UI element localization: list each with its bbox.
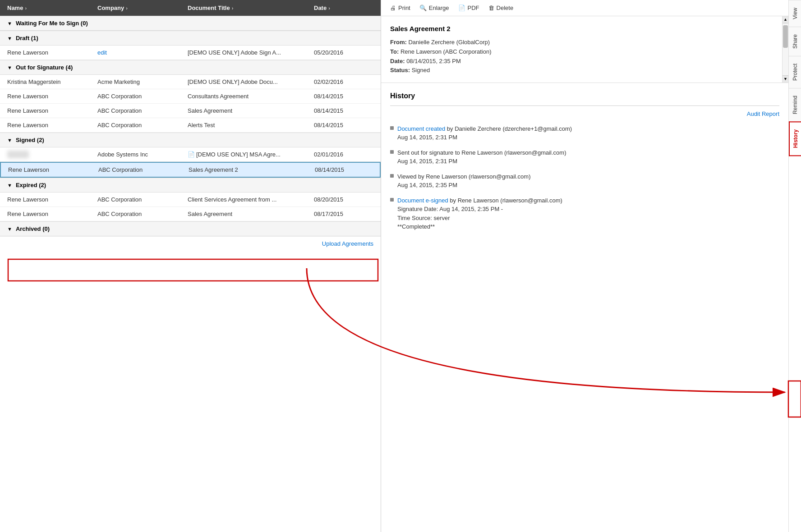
col-name[interactable]: Name › <box>7 5 97 11</box>
chevron-ofs: ▼ <box>7 65 12 70</box>
section-expired[interactable]: ▼ Expired (2) <box>0 178 381 193</box>
history-item-link[interactable]: Document e-signed <box>397 197 448 204</box>
scroll-up-btn[interactable]: ▲ <box>783 16 788 23</box>
table-row[interactable]: Rene Lawerson ABC Corporation Client Ser… <box>0 193 381 207</box>
row-date: 08/14/2015 <box>315 166 382 173</box>
row-date: 08/17/2015 <box>314 211 382 217</box>
chevron-draft: ▼ <box>7 36 12 41</box>
table-row[interactable]: Kristina Maggerstein Acme Marketing [DEM… <box>0 75 381 89</box>
table-row[interactable]: Adobe Systems Inc 📄[DEMO USE ONLY] MSA A… <box>0 147 381 162</box>
enlarge-icon: 🔍 <box>419 5 427 11</box>
pdf-label: PDF <box>468 5 479 11</box>
row-date: 08/14/2015 <box>314 107 382 114</box>
history-item: Document created by Danielle Zerchere (d… <box>390 124 779 142</box>
from-label: From: <box>390 39 407 46</box>
table-row[interactable]: Rene Lawerson ABC Corporation Consultant… <box>0 89 381 104</box>
section-waiting-label: Waiting For Me to Sign (0) <box>16 20 88 27</box>
row-doc: Alerts Test <box>188 122 314 128</box>
history-item: Document e-signed by Rene Lawerson (rlaw… <box>390 196 779 231</box>
enlarge-button[interactable]: 🔍 Enlarge <box>419 5 449 11</box>
tab-view[interactable]: View <box>789 0 801 27</box>
pdf-icon: 📄 <box>458 5 465 11</box>
from-value: Danielle Zerchere (GlobalCorp) <box>408 39 490 46</box>
section-signed-label: Signed (2) <box>16 137 44 143</box>
history-item-text: Document created by Danielle Zerchere (d… <box>397 124 572 142</box>
delete-button[interactable]: 🗑 Delete <box>488 5 514 11</box>
col-doc-title[interactable]: Document Title › <box>188 5 314 11</box>
row-company: Adobe Systems Inc <box>97 151 188 158</box>
row-company: ABC Corporation <box>97 93 188 100</box>
row-doc: [DEMO USE ONLY] Adobe Sign A... <box>188 49 314 56</box>
col-company-label: Company <box>97 5 124 11</box>
name-sort-icon[interactable]: › <box>25 5 27 11</box>
section-archived[interactable]: ▼ Archived (0) <box>0 221 381 236</box>
row-doc: Sales Agreement <box>188 211 314 217</box>
detail-from: From: Danielle Zerchere (GlobalCorp) <box>390 38 779 47</box>
section-waiting[interactable]: ▼ Waiting For Me to Sign (0) <box>0 16 381 31</box>
scroll-down-btn[interactable]: ▼ <box>783 75 788 83</box>
blurred-name <box>7 151 29 158</box>
row-doc: [DEMO USE ONLY] Adobe Docu... <box>188 78 314 85</box>
history-bullet <box>390 174 394 178</box>
col-name-label: Name <box>7 5 23 11</box>
detail-to: To: Rene Lawerson (ABC Corporation) <box>390 47 779 57</box>
selected-row[interactable]: Rene Lawerson ABC Corporation Sales Agre… <box>0 162 381 178</box>
upload-agreements-link[interactable]: Upload Agreements <box>322 240 373 247</box>
table-row[interactable]: Rene Lawerson ABC Corporation Alerts Tes… <box>0 118 381 133</box>
to-value: Rene Lawerson (ABC Corporation) <box>400 48 492 55</box>
print-label: Print <box>398 5 410 11</box>
table-row[interactable]: Rene Lawerson edit [DEMO USE ONLY] Adobe… <box>0 46 381 60</box>
tab-share[interactable]: Share <box>789 27 801 56</box>
section-ofs[interactable]: ▼ Out for Signature (4) <box>0 60 381 75</box>
row-company: ABC Corporation <box>98 166 189 173</box>
col-date[interactable]: Date › <box>314 5 382 11</box>
history-bullet <box>390 126 394 130</box>
col-company[interactable]: Company › <box>97 5 188 11</box>
row-date: 08/14/2015 <box>314 122 382 128</box>
edit-link[interactable]: edit <box>97 49 107 56</box>
row-doc: Consultants Agreement <box>188 93 314 100</box>
history-item: Viewed by Rene Lawerson (rlawerson@gmail… <box>390 172 779 190</box>
date-sort-icon[interactable]: › <box>328 5 330 11</box>
section-signed[interactable]: ▼ Signed (2) <box>0 133 381 147</box>
row-company: edit <box>97 49 188 56</box>
tab-remind[interactable]: Remind <box>789 88 801 121</box>
history-bullet <box>390 198 394 202</box>
row-company: ABC Corporation <box>97 122 188 128</box>
col-doc-label: Document Title <box>188 5 230 11</box>
history-bullet <box>390 150 394 154</box>
table-row[interactable]: Rene Lawerson ABC Corporation Sales Agre… <box>0 104 381 118</box>
section-draft-label: Draft (1) <box>16 35 38 41</box>
chevron-archived: ▼ <box>7 226 12 232</box>
history-item: Sent out for signature to Rene Lawerson … <box>390 148 779 166</box>
chevron-expired: ▼ <box>7 183 12 188</box>
right-panel: 🖨 Print 🔍 Enlarge 📄 PDF 🗑 Delete Sales A… <box>381 0 788 532</box>
left-panel: Name › Company › Document Title › Date ›… <box>0 0 381 532</box>
detail-scrollbar[interactable]: ▲ ▼ <box>782 16 788 83</box>
doc-sort-icon[interactable]: › <box>232 5 234 11</box>
history-panel: History Audit Report Document created by… <box>381 83 788 532</box>
tab-history[interactable]: History <box>789 121 801 156</box>
delete-label: Delete <box>497 5 514 11</box>
pdf-button[interactable]: 📄 PDF <box>458 5 479 11</box>
company-sort-icon[interactable]: › <box>126 5 128 11</box>
history-item-link[interactable]: Document created <box>397 125 445 132</box>
print-button[interactable]: 🖨 Print <box>390 5 410 11</box>
date-value: 08/14/2015, 2:35 PM <box>406 58 461 64</box>
scroll-thumb <box>783 25 788 48</box>
detail-date: Date: 08/14/2015, 2:35 PM <box>390 57 779 66</box>
history-divider <box>390 105 779 106</box>
row-doc: Sales Agreement <box>188 107 314 114</box>
table-row[interactable]: Rene Lawerson ABC Corporation Sales Agre… <box>0 207 381 221</box>
audit-report-link[interactable]: Audit Report <box>390 110 779 119</box>
upload-row: Upload Agreements <box>0 236 381 251</box>
chevron-waiting: ▼ <box>7 21 12 26</box>
section-draft[interactable]: ▼ Draft (1) <box>0 31 381 46</box>
history-title: History <box>390 90 779 102</box>
tab-protect[interactable]: Protect <box>789 56 801 88</box>
print-icon: 🖨 <box>390 5 396 11</box>
row-name: Rene Lawerson <box>7 107 97 114</box>
section-ofs-label: Out for Signature (4) <box>16 64 73 71</box>
scroll-track <box>783 23 788 75</box>
row-name: Rene Lawerson <box>7 196 97 203</box>
